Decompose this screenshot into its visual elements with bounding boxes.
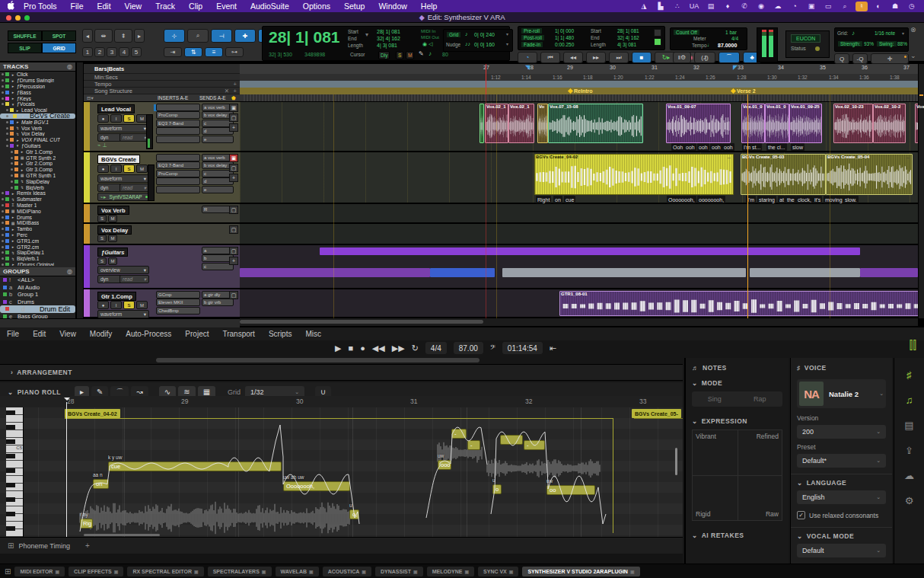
track-list-item[interactable]: ▸ Gtr 3.Comp: [0, 167, 75, 173]
piano-roll-note[interactable]: -: [524, 440, 545, 450]
audio-clip[interactable]: BGVs Create_05-03 ⇔: [741, 154, 826, 195]
input-monitor-button[interactable]: I: [110, 301, 122, 309]
synthv-menu-item[interactable]: View: [53, 330, 83, 338]
track-visibility-dot[interactable]: [2, 79, 4, 81]
expression-pad[interactable]: Vibrant Refined Rigid Raw: [692, 430, 782, 521]
postroll-value[interactable]: 1| 1| 480: [555, 35, 574, 40]
status-icon[interactable]: UA: [688, 2, 700, 11]
track-list-item[interactable]: Σ Master 1: [0, 203, 75, 209]
piano-roll-note[interactable]: on: [93, 479, 109, 489]
track-visibility-dot[interactable]: [2, 257, 4, 260]
song-marker[interactable]: ReIntro: [569, 88, 593, 94]
track-visibility-dot[interactable]: [6, 145, 8, 147]
track-list-item[interactable]: ↯ BigVerb: [0, 184, 75, 190]
piano-roll-note[interactable]: cue: [108, 461, 282, 471]
track-visibility-dot[interactable]: [6, 127, 8, 129]
midi-merge-icon[interactable]: ‖⚙: [673, 52, 691, 63]
song-close-icon[interactable]: ✕: [225, 88, 229, 94]
mute-button[interactable]: M: [136, 164, 148, 173]
track-list-item[interactable]: ▾ ƒGuitars: [0, 143, 75, 149]
mirror-midi-icon[interactable]: ⊶: [225, 47, 244, 57]
track-visibility-dot[interactable]: [11, 151, 13, 153]
tabbar-grid-icon[interactable]: ⊞: [5, 567, 11, 576]
add-slot-icon[interactable]: +: [229, 123, 238, 132]
object-button[interactable]: ▢: [229, 247, 238, 255]
groups-panel-title[interactable]: GROUPS ◎: [0, 267, 75, 276]
go-to-end-icon[interactable]: ⏭: [609, 52, 629, 63]
insert-slot[interactable]: GCmp: [156, 291, 200, 298]
insert-slot[interactable]: ProComp: [156, 170, 200, 177]
synthv-menu-item[interactable]: Edit: [26, 330, 53, 338]
plugin-tab[interactable]: DYNASSIST▣: [375, 567, 423, 576]
track-header-guitars[interactable]: ƒGuitars SM overview▾ dyn read▾ abc ▢+: [84, 245, 240, 289]
add-slot-icon[interactable]: +: [229, 257, 238, 265]
sends-header-label[interactable]: SENDS A-E: [199, 95, 226, 101]
solo-button[interactable]: S: [123, 114, 135, 123]
track-view-selector[interactable]: waveform▾: [97, 174, 149, 183]
track-visibility-dot[interactable]: [2, 246, 4, 248]
arrangement-chevron-icon[interactable]: ›: [11, 369, 13, 376]
inserts-header-label[interactable]: INSERTS A-E: [158, 95, 188, 101]
elastic-audio-icon[interactable]: ⌁ ⊥: [97, 142, 107, 148]
ruler-tempo-label[interactable]: Tempo+: [84, 81, 240, 88]
piano-roll-hscroll-thumb[interactable]: [84, 534, 160, 536]
group-list-item[interactable]: a All Audio: [0, 284, 75, 292]
io-button[interactable]: ▣: [229, 104, 238, 112]
delay-compensation-chip[interactable]: Dly: [378, 51, 390, 59]
synthv-menu-item[interactable]: Auto-Process: [119, 330, 178, 338]
clip-ara-icon[interactable]: ⇔: [727, 155, 731, 160]
tempo-label[interactable]: Tempo: [692, 43, 707, 48]
side-icon[interactable]: ▤: [898, 416, 921, 434]
status-icon[interactable]: ♮: [855, 2, 868, 11]
nudge-dropdown-icon[interactable]: ▾: [506, 41, 508, 46]
tab-to-transient-icon[interactable]: ⇥: [164, 47, 182, 57]
track-visibility-dot[interactable]: [2, 234, 4, 236]
status-icon[interactable]: ♦: [722, 2, 734, 11]
meter-value[interactable]: 4/4: [731, 36, 738, 41]
menu-item[interactable]: Options: [296, 0, 337, 12]
track-visibility-dot[interactable]: [11, 162, 13, 164]
grid-dropdown-icon[interactable]: ▾: [506, 31, 508, 37]
phoneme-timing-bar[interactable]: ⊞ Phoneme Timing +: [0, 537, 683, 554]
menu-item[interactable]: Pro Tools: [17, 0, 64, 12]
menu-item[interactable]: Window: [371, 0, 413, 12]
play-button[interactable]: ▶: [335, 343, 341, 353]
piano-roll-note[interactable]: -: [451, 429, 467, 439]
lane-bgvs-create[interactable]: BGVs Create_04-02 ⇔ BGVs Create_05-03 ⇔ …: [240, 152, 918, 204]
track-list-item[interactable]: ▾ ƒVocals: [0, 101, 75, 107]
track-visibility-dot[interactable]: [6, 139, 8, 141]
track-list-item[interactable]: ▸ Male BGV.1: [0, 119, 75, 125]
track-list-item[interactable]: ▸ GTR2.cm: [0, 244, 75, 250]
ruler-minsec-label[interactable]: Min:Secs: [84, 74, 240, 81]
ara-plugin-chip[interactable]: ⌁▸SyntVS2ARAP: [97, 193, 151, 201]
selection-indicator-on[interactable]: [654, 38, 661, 46]
zoom-preset-button[interactable]: 4: [119, 47, 129, 57]
relaxed-consonants-checkbox[interactable]: ✓: [797, 511, 805, 519]
zoom-in-icon[interactable]: ▸: [134, 29, 145, 43]
insert-slot[interactable]: [156, 136, 200, 142]
group-list-item[interactable]: d Drum Edit: [0, 305, 75, 313]
track-list-item[interactable]: ▸ Gtr 1.Comp: [0, 148, 75, 155]
status-icon[interactable]: ◮: [638, 2, 650, 11]
track-list-item[interactable]: ▸ ƒPercussion: [0, 84, 75, 90]
vocal-mode-chevron-icon[interactable]: ⌄: [797, 532, 803, 540]
menu-item[interactable]: AudioSuite: [244, 0, 296, 12]
menu-item[interactable]: Setup: [337, 0, 371, 12]
synthv-menu-item[interactable]: Modify: [83, 330, 119, 338]
track-name[interactable]: Lead Vocal: [97, 104, 135, 113]
track-visibility-dot[interactable]: [2, 228, 4, 230]
menu-item[interactable]: File: [64, 0, 91, 12]
piano-roll-note[interactable]: ooo: [438, 460, 451, 470]
synthv-menu-item[interactable]: Misc: [298, 330, 328, 338]
selection-start-marker[interactable]: ◥: [525, 64, 530, 71]
record-enable-button[interactable]: ●: [97, 301, 109, 309]
guitar-region-bar[interactable]: [320, 247, 860, 255]
insert-slot[interactable]: EQ3 7-Band: [156, 120, 200, 126]
song-marker[interactable]: Verse 2: [731, 88, 756, 94]
ruler-song-label[interactable]: Song Structure✕+: [84, 88, 240, 94]
loop-button[interactable]: ↻: [412, 343, 419, 353]
solo-button[interactable]: S: [97, 257, 107, 265]
solo-chip[interactable]: S: [396, 51, 403, 59]
online-icon[interactable]: ◔: [518, 52, 537, 63]
plugin-tab[interactable]: MELODYNE▣: [427, 567, 474, 576]
